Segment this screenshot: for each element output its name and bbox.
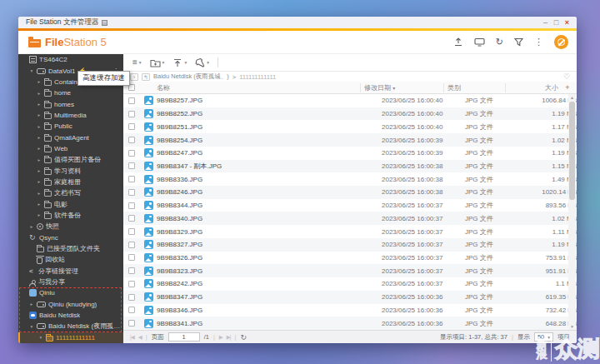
row-checkbox[interactable] <box>128 215 135 222</box>
last-page-button[interactable]: ▶| <box>227 334 231 341</box>
sidebar-item[interactable]: ▸快照 <box>18 221 123 232</box>
row-checkbox[interactable] <box>128 150 135 157</box>
favorite-heart-icon[interactable]: ♡ <box>563 72 570 81</box>
column-name[interactable]: 名称 <box>157 83 360 92</box>
tools-button[interactable]: ▾ <box>192 57 212 69</box>
sidebar-item[interactable]: ▸Qiniu (knudying) <box>18 299 123 310</box>
table-row[interactable]: 9B9B8347.JPG2023/06/25 16:00:36JPG 文件619… <box>123 291 577 304</box>
row-checkbox[interactable] <box>128 267 135 274</box>
sidebar-item[interactable]: 与我分享 <box>18 277 123 287</box>
column-date[interactable]: 修改日期 ▾ <box>360 83 443 92</box>
row-checkbox[interactable] <box>128 111 135 117</box>
sidebar-item[interactable]: Qiniu <box>18 287 123 298</box>
sidebar-item[interactable]: ▸学习资料 <box>18 165 123 176</box>
row-checkbox[interactable] <box>128 202 135 209</box>
page-number-input[interactable] <box>168 332 200 342</box>
sidebar-item[interactable]: ▸Public <box>18 121 123 132</box>
background-task-icon[interactable] <box>453 37 463 47</box>
row-checkbox[interactable] <box>128 189 135 196</box>
table-row[interactable]: 9B9B8251.JPG2023/06/25 16:00:40JPG 文件1.1… <box>123 120 577 133</box>
user-avatar[interactable] <box>554 35 568 49</box>
row-checkbox[interactable] <box>128 176 135 182</box>
scroll-up-icon[interactable]: ▲ <box>568 95 576 100</box>
sidebar-item[interactable]: TS464C2 <box>18 54 123 65</box>
sidebar-item[interactable]: ▸homes <box>18 98 123 109</box>
row-checkbox[interactable] <box>128 228 135 235</box>
view-mode-button[interactable]: ≡ ▾ <box>130 57 144 68</box>
row-checkbox[interactable] <box>128 97 135 104</box>
sidebar-item[interactable]: ▾111111111111 <box>18 332 123 343</box>
table-row[interactable]: 9B9B8247.JPG2023/06/25 16:00:39JPG 文件1.1… <box>123 147 577 160</box>
row-checkbox[interactable] <box>128 281 135 287</box>
column-type[interactable]: 类别 <box>443 83 505 92</box>
page-size-select[interactable]: 50 ▾ <box>534 332 553 342</box>
table-row[interactable]: 9B9B8347 - 副本.JPG2023/06/25 16:00:38JPG … <box>123 160 577 173</box>
table-row[interactable]: 9B9B8326.JPG2023/06/25 16:00:37JPG 文件753… <box>123 252 577 265</box>
table-row[interactable]: 9B9B8341.JPG2023/06/25 16:00:36JPG 文件648… <box>123 317 577 330</box>
row-checkbox[interactable] <box>128 320 135 327</box>
sidebar-item[interactable]: ▸home <box>18 87 123 98</box>
table-row[interactable]: 9B9B8336.JPG2023/06/25 16:00:38JPG 文件1.4… <box>123 172 577 186</box>
sidebar-item[interactable]: ▸电影 <box>18 198 123 209</box>
sidebar-item[interactable]: ▾Baidu Netdisk (夜雨孤城、) <box>18 321 123 332</box>
sidebar-item-label: 文档书写 <box>54 188 81 197</box>
collapsed-arrow-icon: ▸ <box>29 224 34 229</box>
refresh-list-icon[interactable]: ↻ <box>241 333 248 342</box>
row-checkbox[interactable] <box>128 254 135 261</box>
row-checkbox[interactable] <box>128 307 135 313</box>
add-column-button[interactable]: + <box>558 83 577 92</box>
sidebar-item[interactable]: ▸软件备份 <box>18 210 123 221</box>
close-button[interactable]: × <box>562 18 572 27</box>
breadcrumb-root[interactable]: Baidu Netdisk (夜雨孤城、) <box>153 72 229 81</box>
table-row[interactable]: 9B9B8246.JPG2023/06/25 16:00:38JPG 文件102… <box>123 186 577 199</box>
sidebar-item[interactable]: ▸值得买图片备份 <box>18 154 123 165</box>
sidebar-item[interactable]: 回收站 <box>18 254 123 265</box>
table-row[interactable]: 9B9B8242.JPG2023/06/25 16:00:37JPG 文件1.1… <box>123 277 577 291</box>
image-file-icon <box>144 319 153 328</box>
row-checkbox[interactable] <box>128 162 135 169</box>
sidebar-item[interactable]: ▸QmailAgent <box>18 132 123 142</box>
collapsed-arrow-icon: ▸ <box>37 79 42 84</box>
minimize-button[interactable]: – <box>540 18 551 27</box>
table-row[interactable]: 9B9B8346.JPG2023/06/25 16:00:36JPG 文件732… <box>123 304 577 317</box>
table-row[interactable]: 9B9B8257.JPG2023/06/25 16:00:40JPG 文件100… <box>123 94 577 107</box>
forward-button[interactable]: › <box>130 73 138 81</box>
first-page-button[interactable]: |◀ <box>130 334 134 341</box>
row-checkbox[interactable] <box>128 242 135 248</box>
vertical-scrollbar[interactable]: ▲ ▼ <box>568 94 576 330</box>
create-folder-button[interactable]: ▾ <box>148 57 168 69</box>
table-row[interactable]: 9B9B8327.JPG2023/06/25 16:00:37JPG 文件1.1… <box>123 238 577 252</box>
sidebar-item[interactable]: Baidu Netdisk <box>18 310 123 321</box>
more-menu-icon[interactable]: ⋮ <box>534 37 543 47</box>
table-row[interactable]: 9B9B8254.JPG2023/06/25 16:00:39JPG 文件1.0… <box>123 133 577 147</box>
sidebar-item[interactable]: 已接受团队文件夹 <box>18 243 123 254</box>
sidebar-item[interactable]: ▸Multimedia <box>18 110 123 121</box>
sidebar-item[interactable]: ▸Web <box>18 143 123 154</box>
sidebar-item[interactable]: ↻Qsync <box>18 232 123 243</box>
next-page-button[interactable]: ▶ <box>219 334 222 341</box>
filter-icon[interactable] <box>514 37 523 47</box>
sidebar-item[interactable]: ▸文档书写 <box>18 187 123 198</box>
sidebar-item[interactable]: ▸家庭相册 <box>18 177 123 187</box>
sidebar-item[interactable]: <分享链接管理 <box>18 266 123 277</box>
prev-page-button[interactable]: ◀ <box>138 334 142 341</box>
scroll-down-icon[interactable]: ▼ <box>568 324 576 329</box>
table-row[interactable]: 9B9B8344.JPG2023/06/25 16:00:37JPG 文件893… <box>123 199 577 212</box>
table-row[interactable]: 9B9B8323.JPG2023/06/25 16:00:37JPG 文件951… <box>123 264 577 277</box>
recycle-icon <box>37 257 42 264</box>
column-size[interactable]: 大小 <box>505 83 558 92</box>
go-up-button[interactable]: ↰ <box>142 73 150 81</box>
row-checkbox[interactable] <box>128 137 135 143</box>
table-row[interactable]: 9B9B8329.JPG2023/06/25 16:00:37JPG 文件1.1… <box>123 225 577 238</box>
scrollbar-thumb[interactable] <box>569 102 575 200</box>
upload-button[interactable]: ▾ <box>170 57 189 69</box>
remote-display-icon[interactable] <box>474 37 485 47</box>
row-checkbox[interactable] <box>128 123 135 130</box>
maximize-button[interactable]: □ <box>551 18 562 27</box>
titlebar[interactable]: File Station 文件管理器 – □ × <box>18 17 577 28</box>
table-row[interactable]: 9B9B8252.JPG2023/06/25 16:00:40JPG 文件1.1… <box>123 107 577 121</box>
file-type: JPG 文件 <box>462 279 523 288</box>
row-checkbox[interactable] <box>128 294 135 301</box>
refresh-icon[interactable]: ↻ <box>496 37 503 47</box>
table-row[interactable]: 9B9B8340.JPG2023/06/25 16:00:37JPG 文件1.0… <box>123 212 577 225</box>
